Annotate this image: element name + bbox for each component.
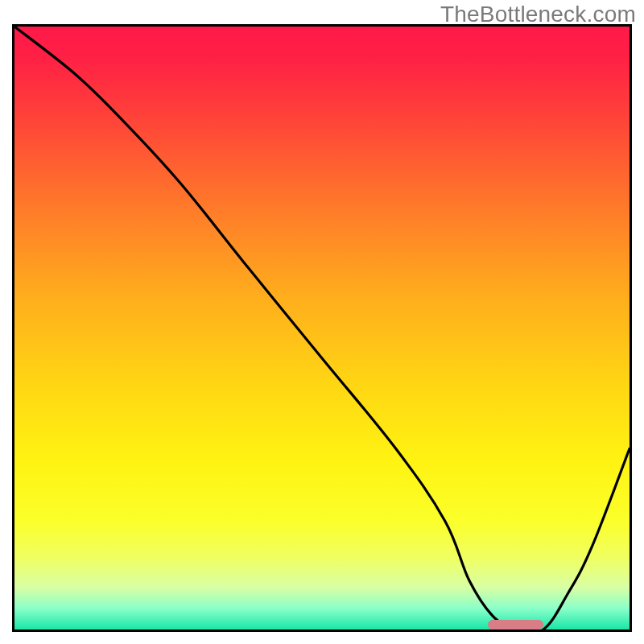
stage: TheBottleneck.com [0, 0, 644, 644]
chart-plot-area [12, 24, 632, 632]
optimal-range-marker [488, 620, 543, 630]
bottleneck-curve-svg [14, 27, 630, 630]
bottleneck-curve [14, 27, 630, 630]
